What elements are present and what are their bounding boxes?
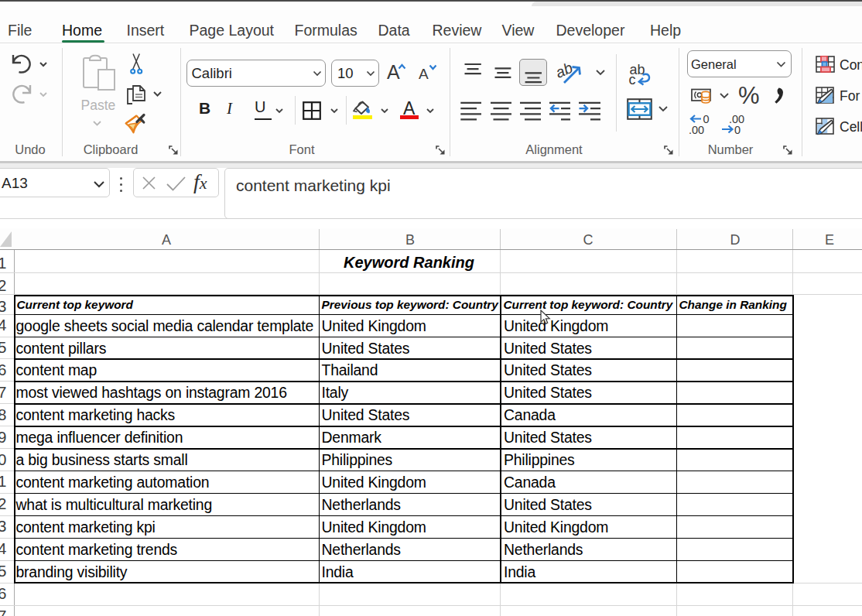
svg-text:Paste: Paste bbox=[81, 98, 116, 113]
svg-text:0: 0 bbox=[734, 124, 741, 135]
svg-text:ab: ab bbox=[552, 62, 575, 81]
svg-text:c: c bbox=[629, 72, 636, 86]
svg-text:.00: .00 bbox=[689, 124, 704, 135]
